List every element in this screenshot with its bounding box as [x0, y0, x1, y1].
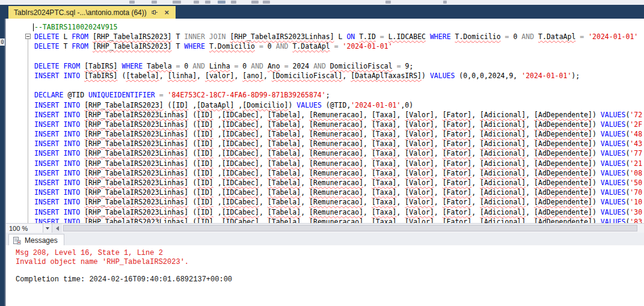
- code-segment: [Taxa]: [372, 179, 397, 187]
- code-segment: [Remuneracao]: [309, 149, 363, 158]
- code-line[interactable]: DECLARE @TID UNIQUEIDENTIFIER = '84E753C…: [34, 90, 644, 100]
- code-line[interactable]: --TABIRS11002024V915: [34, 22, 644, 32]
- close-icon[interactable]: ×: [163, 8, 171, 16]
- code-segment: ,: [396, 159, 405, 168]
- chevron-down-icon: [46, 227, 49, 230]
- code-segment: [IDCabec]: [222, 169, 259, 177]
- code-line[interactable]: INSERT INTO [RHP_TabelaIRS2023Linhas] ([…: [34, 188, 644, 197]
- code-segment: [Valor]: [405, 149, 434, 158]
- toolbar-icon[interactable]: [205, 1, 210, 4]
- code-line[interactable]: INSERT INTO [RHP_TabelaIRS2023] ([ID] ,[…: [34, 100, 644, 110]
- code-line[interactable]: INSERT INTO [RHP_TabelaIRS2023Linhas] ([…: [34, 110, 644, 120]
- code-line[interactable]: INSERT INTO [RHP_TabelaIRS2023Linhas] ([…: [34, 168, 644, 178]
- code-segment: [88, 42, 93, 50]
- code-segment: FROM: [72, 32, 88, 41]
- code-segment: ,: [434, 159, 443, 168]
- code-segment: INSERT: [34, 101, 60, 109]
- code-segment: ,: [396, 188, 405, 197]
- text-caret: [33, 23, 34, 31]
- code-segment: ,: [396, 120, 405, 129]
- toolbar-icon[interactable]: [251, 1, 259, 4]
- code-segment: AND: [251, 62, 263, 70]
- code-segment: [Tabela]: [268, 130, 301, 138]
- toolbar-icon[interactable]: [129, 1, 135, 4]
- zoom-level-combo[interactable]: 100 %: [6, 224, 43, 233]
- code-segment: [ID]: [197, 120, 213, 129]
- code-line[interactable]: INSERT INTO [RHP_TabelaIRS2023Linhas] ([…: [34, 207, 644, 217]
- code-segment: [Adicional]: [480, 149, 526, 158]
- scrollbar-thumb[interactable]: [63, 225, 637, 231]
- code-line[interactable]: DELETE L FROM [RHP_TabelaIRS2023] T INNE…: [34, 32, 644, 41]
- code-segment: [Remuneracao]: [309, 198, 363, 206]
- code-segment: [393, 62, 397, 70]
- code-segment: ,0): [400, 101, 413, 109]
- zoom-dropdown-button[interactable]: [43, 224, 52, 233]
- code-line[interactable]: INSERT INTO [RHP_TabelaIRS2023Linhas] ([…: [34, 217, 644, 223]
- toolbar-icon[interactable]: [443, 1, 447, 4]
- code-segment: ,: [434, 208, 443, 216]
- toolbar-icon[interactable]: [231, 1, 236, 4]
- code-segment: [230, 62, 235, 70]
- code-segment: [AdDependente]: [534, 120, 592, 129]
- code-segment: [330, 42, 334, 50]
- code-line[interactable]: INSERT INTO [TabIRS] ([tabela], [linha],…: [34, 71, 644, 81]
- code-line[interactable]: [34, 52, 644, 61]
- code-segment: ,: [434, 139, 443, 148]
- toolbar-icon[interactable]: [152, 1, 157, 4]
- code-segment: ,: [301, 139, 309, 148]
- toolbar-icon[interactable]: [194, 1, 199, 4]
- code-line[interactable]: INSERT INTO [RHP_TabelaIRS2023Linhas] ([…: [34, 120, 644, 129]
- code-segment: T: [172, 42, 185, 50]
- code-segment: INSERT: [34, 179, 60, 187]
- code-segment: =: [284, 62, 289, 70]
- code-segment: [Valor]: [405, 130, 434, 138]
- code-segment: @TID: [63, 91, 88, 99]
- code-segment: [426, 32, 430, 41]
- code-line[interactable]: INSERT INTO [RHP_TabelaIRS2023Linhas] ([…: [34, 148, 644, 158]
- code-segment: DomicilioFiscal: [330, 62, 393, 70]
- collapse-region-icon[interactable]: [25, 34, 31, 39]
- code-line[interactable]: DELETE FROM [TabIRS] WHERE Tabela = 0 AN…: [34, 61, 644, 71]
- code-segment: INTO: [63, 111, 80, 119]
- code-segment: INSERT: [34, 188, 60, 197]
- code-segment: =: [397, 62, 401, 70]
- code-segment: ,: [159, 72, 168, 80]
- horizontal-scrollbar[interactable]: [62, 224, 644, 233]
- code-segment: ,: [301, 169, 309, 177]
- code-segment: ON: [346, 32, 355, 41]
- code-segment: ,: [259, 198, 268, 206]
- code-segment: ,: [396, 179, 405, 187]
- toolbar-icon[interactable]: [263, 1, 270, 4]
- tab-messages[interactable]: Messages: [8, 234, 64, 246]
- code-segment: '83: [630, 218, 642, 223]
- code-segment: );: [571, 72, 580, 80]
- code-line[interactable]: [34, 81, 644, 90]
- code-segment: ,: [213, 218, 222, 223]
- code-line[interactable]: INSERT INTO [RHP_TabelaIRS2023Linhas] ([…: [34, 139, 644, 148]
- toolbar-icon[interactable]: [385, 1, 391, 4]
- code-segment: ,: [471, 159, 480, 168]
- sql-editor[interactable]: --TABIRS11002024V915DELETE L FROM [RHP_T…: [6, 19, 644, 223]
- scroll-left-button[interactable]: [52, 224, 62, 233]
- messages-output[interactable]: Msg 208, Level 16, State 1, Line 2Invali…: [6, 245, 644, 306]
- outlining-guide: [28, 39, 28, 223]
- code-line[interactable]: DELETE T FROM [RHP_TabelaIRS2023] T WHER…: [34, 41, 644, 51]
- code-segment: '70: [630, 188, 642, 197]
- toolbar-icon[interactable]: [173, 1, 181, 4]
- code-segment: [linha]: [168, 72, 197, 80]
- code-line[interactable]: INSERT INTO [RHP_TabelaIRS2023Linhas] ([…: [34, 178, 644, 188]
- code-line[interactable]: INSERT INTO [RHP_TabelaIRS2023Linhas] ([…: [34, 129, 644, 139]
- code-line[interactable]: INSERT INTO [RHP_TabelaIRS2023Linhas] ([…: [34, 197, 644, 207]
- code-segment: [RHP_TabelaIRS2023Linhas]: [84, 149, 188, 158]
- code-segment: '10: [630, 198, 642, 206]
- toolbar-icon[interactable]: [218, 1, 225, 4]
- code-segment: [TabIRS]: [84, 72, 117, 80]
- code-segment: ,: [234, 101, 242, 109]
- code-segment: ): [288, 101, 296, 109]
- code-line[interactable]: INSERT INTO [RHP_TabelaIRS2023Linhas] ([…: [34, 159, 644, 168]
- code-segment: INTO: [63, 188, 80, 197]
- pin-icon[interactable]: [151, 8, 159, 16]
- code-segment: [AdDependente]: [534, 198, 592, 206]
- code-segment: (: [188, 218, 197, 223]
- document-tab[interactable]: TabIrs2024PTC.sql -...\antonio.mota (64)…: [8, 6, 176, 19]
